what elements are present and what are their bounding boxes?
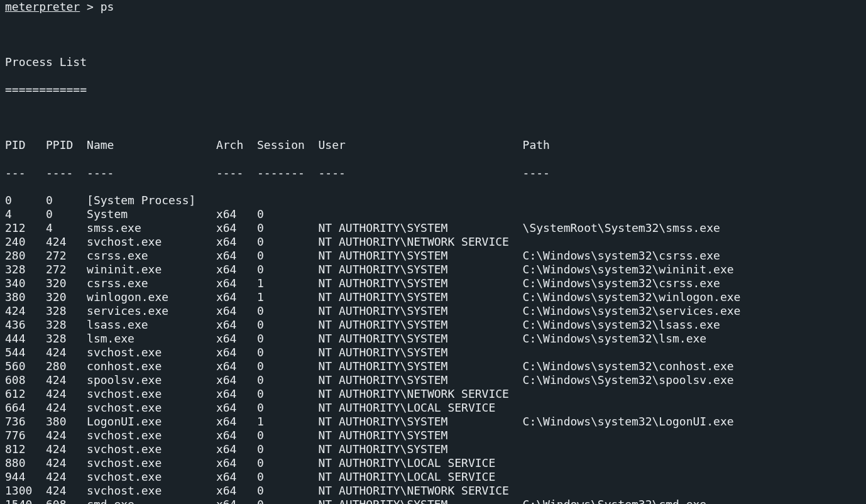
process-row: 612 424 svchost.exe x64 0 NT AUTHORITY\N… (5, 387, 861, 401)
process-row: 436 328 lsass.exe x64 0 NT AUTHORITY\SYS… (5, 318, 861, 332)
process-row: 328 272 wininit.exe x64 0 NT AUTHORITY\S… (5, 263, 861, 277)
process-row: 0 0 [System Process] (5, 194, 861, 207)
process-row: 608 424 spoolsv.exe x64 0 NT AUTHORITY\S… (5, 373, 861, 387)
column-headers: PID PPID Name Arch Session User Path (5, 138, 861, 152)
blank-line (5, 111, 861, 124)
process-row: 280 272 csrss.exe x64 0 NT AUTHORITY\SYS… (5, 249, 861, 263)
process-row: 4 0 System x64 0 (5, 207, 861, 221)
blank-line (5, 28, 861, 41)
terminal-output[interactable]: meterpreter > ps Process List ==========… (0, 0, 866, 504)
process-row: 424 328 services.exe x64 0 NT AUTHORITY\… (5, 304, 861, 318)
process-row: 212 4 smss.exe x64 0 NT AUTHORITY\SYSTEM… (5, 221, 861, 235)
column-underlines: --- ---- ---- ---- ------- ---- ---- (5, 166, 861, 180)
prompt-arrow: > (80, 0, 101, 13)
process-row: 1540 608 cmd.exe x64 0 NT AUTHORITY\SYST… (5, 498, 861, 504)
process-row: 544 424 svchost.exe x64 0 NT AUTHORITY\S… (5, 346, 861, 359)
process-list-divider: ============ (5, 83, 861, 97)
process-row: 240 424 svchost.exe x64 0 NT AUTHORITY\N… (5, 235, 861, 249)
process-row: 812 424 svchost.exe x64 0 NT AUTHORITY\S… (5, 442, 861, 456)
process-row: 380 320 winlogon.exe x64 1 NT AUTHORITY\… (5, 290, 861, 304)
process-row: 444 328 lsm.exe x64 0 NT AUTHORITY\SYSTE… (5, 332, 861, 346)
process-row: 560 280 conhost.exe x64 0 NT AUTHORITY\S… (5, 359, 861, 373)
process-row: 340 320 csrss.exe x64 1 NT AUTHORITY\SYS… (5, 277, 861, 290)
process-row: 736 380 LogonUI.exe x64 1 NT AUTHORITY\S… (5, 415, 861, 429)
process-list-heading: Process List (5, 55, 861, 69)
prompt-command: ps (101, 0, 114, 13)
prompt-line: meterpreter > ps (5, 0, 861, 14)
process-row: 1300 424 svchost.exe x64 0 NT AUTHORITY\… (5, 484, 861, 498)
prompt-shell: meterpreter (5, 0, 80, 13)
process-row: 664 424 svchost.exe x64 0 NT AUTHORITY\L… (5, 401, 861, 415)
process-row: 880 424 svchost.exe x64 0 NT AUTHORITY\L… (5, 456, 861, 470)
process-row: 776 424 svchost.exe x64 0 NT AUTHORITY\S… (5, 429, 861, 442)
process-row: 944 424 svchost.exe x64 0 NT AUTHORITY\L… (5, 470, 861, 484)
